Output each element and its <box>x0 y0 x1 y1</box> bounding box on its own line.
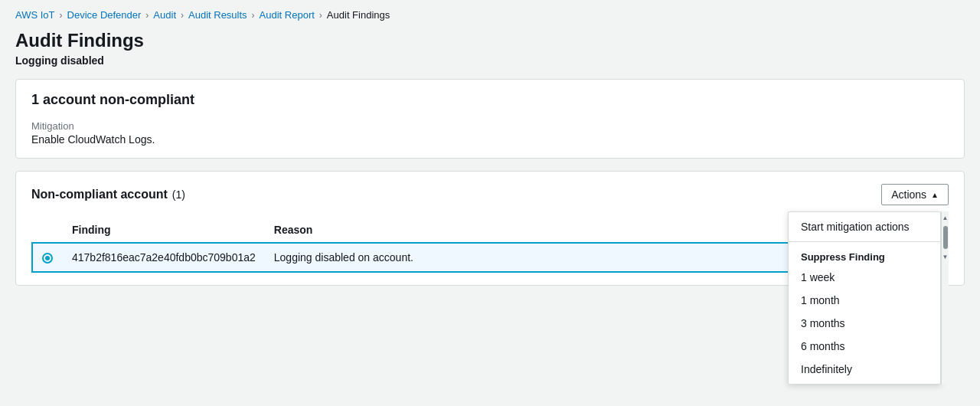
info-card: 1 account non-compliant Mitigation Enabl… <box>15 79 965 159</box>
breadcrumb-audit[interactable]: Audit <box>153 9 176 21</box>
row-finding-cell: 417b2f816eac7a2e40fdb0bc709b01a2 <box>63 243 265 272</box>
main-content: 1 account non-compliant Mitigation Enabl… <box>0 79 980 286</box>
breadcrumb-sep-4: › <box>252 10 255 21</box>
section-card: Non-compliant account (1) Actions ▲ Star… <box>15 171 965 286</box>
breadcrumb-device-defender[interactable]: Device Defender <box>67 9 142 21</box>
caret-up-icon: ▲ <box>931 191 939 199</box>
col-header-reason: Reason <box>265 218 810 243</box>
suppress-6months[interactable]: 6 months <box>789 335 940 358</box>
info-card-title: 1 account non-compliant <box>31 92 949 108</box>
suppress-3months[interactable]: 3 months <box>789 312 940 335</box>
row-reason-cell: Logging disabled on account. <box>265 243 810 272</box>
mitigation-label: Mitigation <box>31 120 949 132</box>
breadcrumb-sep-1: › <box>60 10 63 21</box>
dropdown-menu: Start mitigation actions Suppress Findin… <box>788 211 941 385</box>
breadcrumb-aws-iot[interactable]: AWS IoT <box>15 9 55 21</box>
page-title: Audit Findings <box>15 30 965 51</box>
start-mitigation-item[interactable]: Start mitigation actions <box>789 215 940 238</box>
breadcrumb-sep-2: › <box>145 10 149 21</box>
dropdown-divider <box>789 241 940 242</box>
actions-dropdown: Start mitigation actions Suppress Findin… <box>788 211 949 385</box>
breadcrumb-current: Audit Findings <box>327 9 390 21</box>
suppress-indefinitely[interactable]: Indefinitely <box>789 358 940 381</box>
actions-button[interactable]: Actions ▲ <box>881 184 949 205</box>
breadcrumb-sep-5: › <box>319 10 322 21</box>
col-header-finding: Finding <box>63 218 265 243</box>
breadcrumb-audit-results[interactable]: Audit Results <box>188 9 247 21</box>
page-header: Audit Findings Logging disabled <box>0 27 980 79</box>
breadcrumb-sep-3: › <box>181 10 184 21</box>
dropdown-scrollbar[interactable]: ▲ ▼ <box>941 211 949 385</box>
breadcrumb: AWS IoT › Device Defender › Audit › Audi… <box>0 0 980 27</box>
section-header: Non-compliant account (1) Actions ▲ <box>31 184 949 205</box>
dropdown-container: Start mitigation actions Suppress Findin… <box>788 211 949 385</box>
scroll-thumb[interactable] <box>943 226 948 249</box>
actions-label: Actions <box>891 188 926 201</box>
row-radio-cell[interactable] <box>32 243 63 272</box>
section-count: (1) <box>172 188 185 201</box>
radio-selected-icon[interactable] <box>42 253 53 264</box>
section-title: Non-compliant account <box>31 188 168 201</box>
scroll-down-arrow[interactable]: ▼ <box>941 252 950 262</box>
suppress-1week[interactable]: 1 week <box>789 266 940 289</box>
mitigation-value: Enable CloudWatch Logs. <box>31 133 949 146</box>
scroll-up-arrow[interactable]: ▲ <box>941 213 950 223</box>
suppress-finding-label: Suppress Finding <box>789 245 940 266</box>
breadcrumb-audit-report[interactable]: Audit Report <box>260 9 315 21</box>
page-subtitle: Logging disabled <box>15 54 965 67</box>
suppress-1month[interactable]: 1 month <box>789 289 940 312</box>
col-header-check <box>32 218 63 243</box>
